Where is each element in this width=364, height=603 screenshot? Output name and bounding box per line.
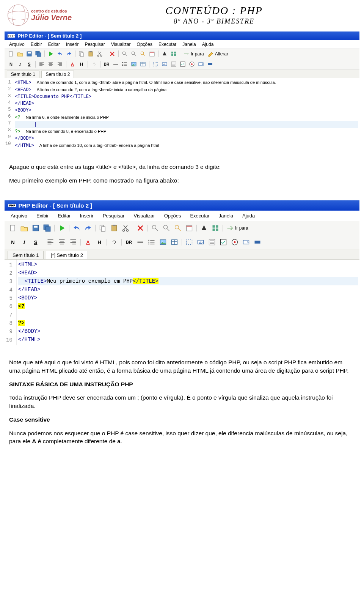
menu-arquivo[interactable]: Arquivo — [6, 41, 28, 48]
underline-button[interactable]: S — [25, 60, 33, 68]
open-file-icon[interactable] — [16, 50, 24, 58]
italic-button[interactable]: I — [19, 237, 29, 247]
textbox-icon[interactable]: ab — [161, 60, 168, 68]
button-icon[interactable] — [253, 237, 262, 247]
underline-button[interactable]: S — [31, 237, 41, 247]
new-file-icon[interactable] — [7, 50, 15, 58]
italic-button[interactable]: I — [16, 60, 24, 68]
code-lines[interactable]: <HTML><HEAD> <TITLE>Meu primeiro exemplo… — [17, 260, 359, 345]
bold-button[interactable]: N — [7, 60, 15, 68]
menu-executar[interactable]: Executar — [185, 211, 214, 220]
link-icon[interactable] — [90, 60, 98, 68]
cut-icon[interactable] — [121, 223, 130, 233]
menu-opções[interactable]: Opções — [134, 41, 155, 48]
tab-sem-titulo-2[interactable]: [*] Sem título 2 — [46, 251, 88, 259]
menu-arquivo[interactable]: Arquivo — [6, 211, 32, 220]
br-button[interactable]: BR — [103, 60, 110, 68]
heading-button[interactable]: H — [94, 237, 104, 247]
link-icon[interactable] — [109, 237, 119, 247]
font-color-button[interactable]: A — [69, 60, 76, 68]
list-icon[interactable] — [121, 60, 129, 68]
save-all-icon[interactable] — [42, 223, 52, 233]
form-icon[interactable] — [170, 60, 177, 68]
menu-exibir[interactable]: Exibir — [32, 211, 53, 220]
align-right-icon[interactable] — [68, 237, 78, 247]
alterar-button[interactable]: Alterar — [206, 51, 230, 57]
menu-editar[interactable]: Editar — [45, 41, 63, 48]
menu-pesquisar[interactable]: Pesquisar — [82, 41, 108, 48]
select-rect-icon[interactable] — [184, 237, 194, 247]
heading-button[interactable]: H — [78, 60, 85, 68]
delete-icon[interactable] — [135, 223, 145, 233]
menu-exibir[interactable]: Exibir — [28, 41, 45, 48]
undo-icon[interactable] — [56, 50, 64, 58]
save-all-icon[interactable] — [35, 50, 42, 58]
menu-editar[interactable]: Editar — [53, 211, 75, 220]
irpara-button[interactable]: Ir para — [225, 224, 250, 232]
irpara-button[interactable]: Ir para — [182, 51, 206, 57]
save-icon[interactable] — [31, 223, 41, 233]
image-icon[interactable] — [158, 237, 168, 247]
paste-icon[interactable] — [87, 50, 94, 58]
grid-icon[interactable] — [170, 50, 177, 58]
hr-icon[interactable] — [112, 60, 119, 68]
list-icon[interactable] — [147, 237, 157, 247]
copy-icon[interactable] — [98, 223, 108, 233]
menu-executar[interactable]: Executar — [155, 41, 179, 48]
align-left-icon[interactable] — [38, 60, 46, 68]
table-icon[interactable] — [169, 237, 179, 247]
open-file-icon[interactable] — [19, 223, 29, 233]
align-right-icon[interactable] — [56, 60, 64, 68]
new-file-icon[interactable] — [8, 223, 18, 233]
calendar-icon[interactable] — [148, 50, 156, 58]
tab-sem-titulo-2[interactable]: Sem título 2 — [41, 71, 74, 78]
search-icon[interactable] — [173, 223, 183, 233]
ink-icon[interactable] — [161, 50, 168, 58]
menu-pesquisar[interactable]: Pesquisar — [98, 211, 129, 220]
redo-icon[interactable] — [83, 223, 93, 233]
hr-icon[interactable] — [135, 237, 145, 247]
calendar-icon[interactable] — [184, 223, 194, 233]
cut-icon[interactable] — [96, 50, 104, 58]
button-icon[interactable] — [206, 60, 214, 68]
align-center-icon[interactable] — [47, 60, 55, 68]
menu-janela[interactable]: Janela — [214, 211, 238, 220]
align-left-icon[interactable] — [46, 237, 55, 247]
select-rect-icon[interactable] — [152, 60, 159, 68]
checkbox-icon[interactable] — [179, 60, 187, 68]
tab-sem-titulo-1[interactable]: Sem título 1 — [7, 71, 39, 78]
bold-button[interactable]: N — [8, 237, 18, 247]
menu-inserir[interactable]: Inserir — [75, 211, 98, 220]
menu-visualizar[interactable]: Visualizar — [108, 41, 134, 48]
zoom-out-icon[interactable] — [162, 223, 171, 233]
paste-icon[interactable] — [109, 223, 119, 233]
table-icon[interactable] — [139, 60, 147, 68]
radio-icon[interactable] — [230, 237, 240, 247]
menu-inserir[interactable]: Inserir — [63, 41, 82, 48]
br-button[interactable]: BR — [124, 237, 134, 247]
font-color-button[interactable]: A — [83, 237, 93, 247]
search-icon[interactable] — [139, 50, 147, 58]
combo-icon[interactable] — [241, 237, 251, 247]
combo-icon[interactable] — [197, 60, 205, 68]
run-icon[interactable] — [57, 223, 67, 233]
menu-ajuda[interactable]: Ajuda — [199, 41, 217, 48]
radio-icon[interactable] — [188, 60, 196, 68]
menu-ajuda[interactable]: Ajuda — [238, 211, 259, 220]
menu-opções[interactable]: Opções — [160, 211, 186, 220]
zoom-out-icon[interactable] — [130, 50, 138, 58]
ink-icon[interactable] — [199, 223, 209, 233]
tab-sem-titulo-1[interactable]: Sem título 1 — [8, 251, 44, 259]
delete-icon[interactable] — [108, 50, 116, 58]
undo-icon[interactable] — [72, 223, 82, 233]
run-icon[interactable] — [47, 50, 55, 58]
zoom-in-icon[interactable] — [121, 50, 129, 58]
redo-icon[interactable] — [65, 50, 73, 58]
menu-janela[interactable]: Janela — [179, 41, 199, 48]
zoom-in-icon[interactable] — [150, 223, 160, 233]
form-icon[interactable] — [207, 237, 217, 247]
align-center-icon[interactable] — [57, 237, 67, 247]
code-lines[interactable]: <HTML>A linha de comando 1, com a tag <h… — [13, 78, 359, 150]
textbox-icon[interactable]: ab — [196, 237, 206, 247]
copy-icon[interactable] — [78, 50, 85, 58]
